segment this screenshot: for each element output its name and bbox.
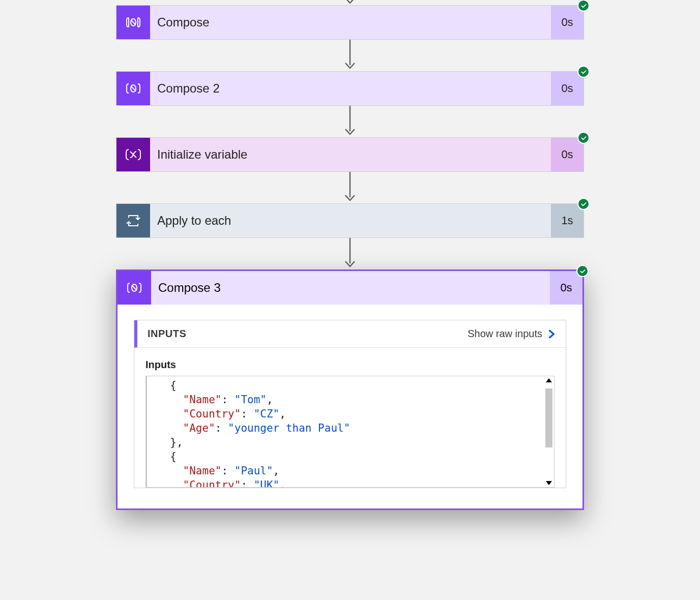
show-raw-inputs-text: Show raw inputs	[468, 328, 542, 340]
step-applyeach-duration: 1s	[551, 204, 584, 237]
step-initialize-variable[interactable]: Initialize variable 0s	[116, 137, 584, 172]
scroll-track[interactable]	[545, 384, 552, 479]
flow-arrow	[0, 238, 700, 269]
step-compose-label: Compose	[150, 6, 551, 39]
step-compose3: Compose 3 0s INPUTS Show raw inputs	[116, 269, 584, 510]
step-compose[interactable]: Compose 0s	[116, 5, 584, 40]
step-applyeach-label: Apply to each	[150, 204, 551, 237]
step-initvar-duration: 0s	[551, 138, 584, 171]
step-compose3-label: Compose 3	[151, 271, 550, 305]
variable-icon	[116, 138, 150, 171]
inputs-sub-label: Inputs	[145, 359, 555, 371]
flow-arrow-top-stub	[0, 0, 700, 5]
step-compose3-duration: 0s	[550, 271, 582, 305]
success-badge-icon	[577, 0, 590, 12]
flow-arrow	[0, 172, 700, 203]
success-badge-icon	[576, 265, 589, 277]
scroll-up-icon[interactable]	[546, 378, 552, 382]
flow-arrow	[0, 40, 700, 71]
inputs-json-box: { "Name": "Tom", "Country": "CZ", "Age":…	[145, 376, 555, 488]
success-badge-icon	[577, 132, 590, 144]
step-compose-duration: 0s	[551, 6, 584, 39]
success-badge-icon	[577, 66, 590, 78]
flow-arrow	[0, 106, 700, 137]
inputs-panel: INPUTS Show raw inputs Inputs { "Name": …	[134, 320, 566, 488]
step-compose2[interactable]: Compose 2 0s	[116, 71, 584, 106]
scroll-down-icon[interactable]	[546, 481, 552, 485]
success-badge-icon	[577, 198, 590, 210]
compose-icon	[116, 72, 150, 105]
scroll-thumb[interactable]	[545, 388, 552, 447]
compose-icon	[116, 6, 150, 39]
compose-icon	[118, 271, 151, 305]
scrollbar[interactable]	[544, 376, 554, 487]
inputs-panel-title: INPUTS	[137, 328, 186, 340]
chevron-right-icon	[547, 329, 557, 339]
step-compose2-label: Compose 2	[150, 72, 551, 105]
step-initvar-label: Initialize variable	[150, 138, 551, 171]
step-compose2-duration: 0s	[551, 72, 584, 105]
show-raw-inputs-link[interactable]: Show raw inputs	[468, 328, 557, 340]
inputs-json-content[interactable]: { "Name": "Tom", "Country": "CZ", "Age":…	[147, 376, 544, 487]
step-apply-to-each[interactable]: Apply to each 1s	[116, 203, 584, 238]
loop-icon	[116, 204, 150, 237]
step-compose3-header[interactable]: Compose 3 0s	[118, 271, 582, 305]
